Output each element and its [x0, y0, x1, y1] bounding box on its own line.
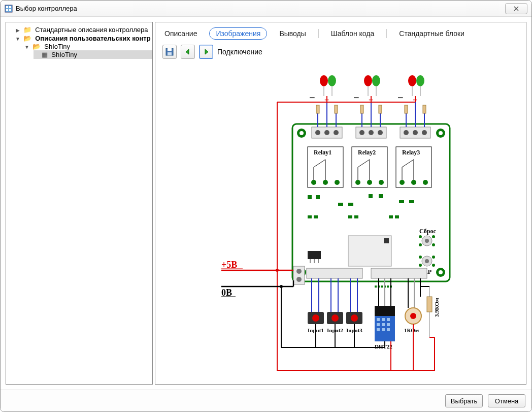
caret-icon[interactable]: ▼ — [15, 36, 20, 42]
svg-point-203 — [410, 313, 416, 319]
content-area: ▶ 📁 Стандартные описания контроллера ▼ 📂… — [1, 17, 531, 390]
svg-point-12 — [439, 131, 443, 135]
svg-point-171 — [331, 314, 339, 322]
svg-point-176 — [351, 314, 358, 322]
tab-standard-blocks[interactable]: Стандартные блоки — [397, 28, 467, 39]
svg-point-114 — [419, 235, 422, 238]
svg-point-166 — [312, 314, 319, 322]
svg-rect-92 — [308, 195, 312, 199]
svg-rect-146 — [381, 286, 383, 288]
tree-node-shiotiny-folder[interactable]: ▼ 📂 ShIoTiny ▶ ▦ ShIoTiny — [24, 42, 152, 59]
svg-rect-190 — [387, 318, 390, 321]
app-icon — [5, 5, 13, 13]
save-button[interactable] — [162, 45, 177, 59]
tree-node-shiotiny-item[interactable]: ▶ ▦ ShIoTiny — [34, 50, 152, 59]
folder-icon: 📁 — [23, 26, 31, 34]
svg-rect-205 — [427, 297, 432, 312]
svg-rect-193 — [387, 323, 390, 326]
svg-point-16 — [439, 270, 443, 274]
svg-rect-1 — [6, 6, 8, 8]
svg-point-116 — [419, 243, 422, 246]
svg-point-18 — [315, 130, 320, 135]
tab-divider — [318, 29, 319, 38]
svg-point-87 — [411, 180, 416, 185]
svg-point-49 — [364, 75, 372, 86]
svg-point-121 — [432, 264, 435, 267]
svg-point-79 — [367, 180, 372, 185]
svg-point-88 — [423, 180, 428, 185]
tab-divider — [386, 29, 387, 38]
svg-point-110 — [425, 239, 429, 243]
svg-rect-100 — [308, 215, 312, 218]
svg-rect-144 — [375, 286, 377, 288]
folder-open-icon: 📂 — [23, 35, 31, 42]
svg-rect-196 — [387, 328, 390, 331]
svg-rect-142 — [307, 268, 362, 278]
svg-rect-104 — [389, 215, 393, 218]
arrow-left-icon — [184, 48, 191, 55]
svg-point-71 — [323, 180, 328, 185]
select-button[interactable]: Выбрать — [445, 394, 483, 407]
svg-point-19 — [324, 130, 329, 135]
prev-image-button[interactable] — [181, 45, 195, 59]
svg-point-117 — [432, 243, 435, 246]
tab-description[interactable]: Описание — [162, 28, 199, 39]
tab-images[interactable]: Изображения — [209, 27, 267, 40]
svg-rect-98 — [399, 200, 404, 203]
svg-point-24 — [378, 130, 383, 135]
svg-rect-34 — [316, 105, 319, 113]
svg-rect-7 — [168, 52, 172, 55]
window-title: Выбор контроллера — [16, 5, 505, 12]
tab-code-template[interactable]: Шаблон кода — [329, 28, 376, 39]
svg-rect-148 — [387, 286, 389, 288]
svg-rect-48 — [379, 105, 382, 113]
svg-text:Relay1: Relay1 — [314, 149, 331, 156]
tree-pane: ▶ 📁 Стандартные описания контроллера ▼ 📂… — [6, 22, 153, 385]
svg-point-112 — [425, 259, 429, 263]
svg-point-80 — [379, 180, 384, 185]
caret-icon[interactable]: ▼ — [24, 44, 29, 50]
svg-point-27 — [413, 130, 418, 135]
svg-text:0В: 0В — [221, 288, 232, 298]
tree-label: Стандартные описания контроллера — [35, 26, 148, 34]
image-name-label: Подключение — [217, 48, 262, 56]
svg-rect-189 — [382, 318, 385, 321]
svg-rect-103 — [354, 215, 358, 218]
svg-point-151 — [296, 269, 302, 274]
caret-icon[interactable]: ▶ — [15, 27, 20, 33]
svg-text:Сброс: Сброс — [419, 228, 436, 235]
svg-text:3.9КОм: 3.9КОм — [434, 298, 440, 317]
svg-rect-4 — [9, 9, 11, 11]
tree-label: ShIoTiny — [51, 51, 77, 58]
tree-node-user[interactable]: ▼ 📂 Описания пользовательских контр ▼ 📂 … — [15, 34, 152, 60]
svg-point-26 — [404, 130, 409, 135]
svg-rect-99 — [409, 200, 414, 203]
svg-text:+5В: +5В — [221, 260, 237, 270]
svg-point-160 — [276, 269, 279, 272]
tree-node-standard[interactable]: ▶ 📁 Стандартные описания контроллера — [15, 25, 152, 34]
tab-bar: Описание Изображения Выводы Шаблон кода … — [155, 22, 526, 43]
svg-point-78 — [355, 180, 360, 185]
svg-point-152 — [296, 277, 302, 282]
svg-rect-194 — [377, 328, 380, 331]
svg-point-120 — [419, 264, 422, 267]
close-button[interactable] — [505, 3, 527, 14]
svg-rect-2 — [9, 6, 11, 8]
svg-text:DHT22: DHT22 — [375, 343, 392, 350]
folder-open-icon: 📂 — [32, 43, 41, 50]
tab-pins[interactable]: Выводы — [277, 28, 308, 39]
tree-label: Описания пользовательских контр — [35, 35, 150, 42]
image-canvas: − + − — [155, 63, 526, 384]
controller-tree[interactable]: ▶ 📁 Стандартные описания контроллера ▼ 📂… — [6, 25, 152, 60]
svg-rect-192 — [382, 323, 385, 326]
svg-rect-102 — [348, 215, 352, 218]
svg-rect-122 — [308, 251, 321, 259]
svg-point-36 — [320, 75, 328, 86]
svg-text:−: − — [353, 92, 359, 103]
cancel-button[interactable]: Отмена — [488, 394, 525, 407]
svg-point-86 — [400, 180, 405, 185]
svg-rect-47 — [360, 105, 363, 113]
next-image-button[interactable] — [199, 45, 213, 59]
svg-point-20 — [334, 130, 339, 135]
floppy-icon — [165, 48, 174, 56]
